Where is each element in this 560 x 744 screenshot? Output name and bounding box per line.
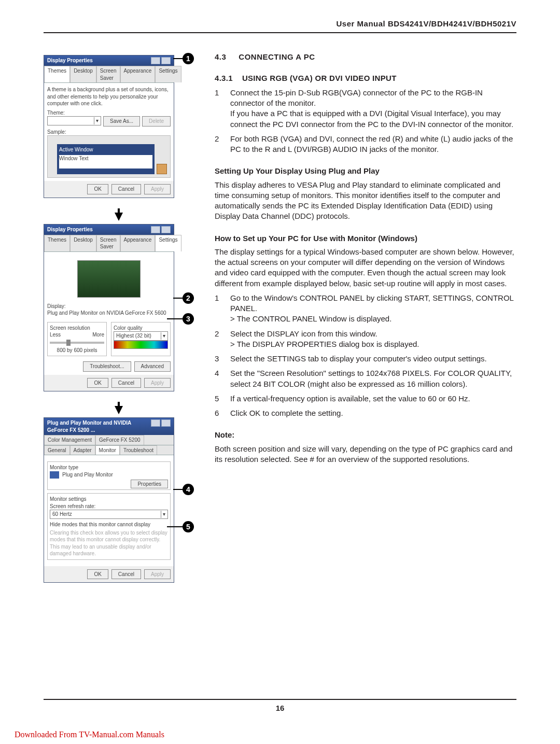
apply-button: Apply bbox=[144, 184, 171, 194]
color-gradient-icon bbox=[114, 341, 168, 349]
theme-dropdown: ▾ bbox=[47, 116, 101, 125]
tab-desktop: Desktop bbox=[70, 235, 96, 251]
section-title: CONNECTING A PC bbox=[239, 52, 315, 62]
monitor-type-label: Monitor type bbox=[50, 464, 168, 471]
ok-button: OK bbox=[87, 378, 108, 388]
refresh-rate-label: Screen refresh rate: bbox=[50, 503, 168, 510]
step-text: Click OK to complete the setting. bbox=[230, 408, 343, 418]
title-bar: Display Properties bbox=[47, 226, 93, 233]
tab-desktop: Desktop bbox=[70, 66, 96, 82]
theme-label: Theme: bbox=[47, 109, 171, 117]
note-body: Both screen position and size will vary,… bbox=[215, 444, 516, 465]
ok-button: OK bbox=[87, 569, 108, 580]
sample-window-text: Window Text bbox=[59, 155, 152, 169]
callout-3: 3 bbox=[183, 313, 194, 325]
sample-active-window: Active Window bbox=[59, 147, 93, 152]
callout-1: 1 bbox=[183, 53, 194, 64]
tab-strip: Themes Desktop Screen Saver Appearance S… bbox=[44, 235, 174, 252]
delete-button: Delete bbox=[142, 116, 171, 127]
theme-description: A theme is a background plus a set of so… bbox=[47, 86, 171, 107]
tab-adapter: Adapter bbox=[70, 445, 95, 455]
tab-themes: Themes bbox=[44, 66, 70, 82]
window-buttons bbox=[151, 226, 171, 233]
tab-settings: Settings bbox=[155, 66, 181, 82]
color-quality-label: Color quality bbox=[114, 325, 168, 332]
dialog-display-properties-settings: Display Properties Themes Desktop Screen… bbox=[44, 224, 174, 392]
tab-general: General bbox=[44, 445, 70, 455]
monitor-icon bbox=[50, 471, 59, 479]
tab-screensaver: Screen Saver bbox=[96, 66, 120, 82]
steps-windows: 1Go to the Window's CONTROL PANEL by cli… bbox=[215, 293, 516, 419]
cancel-button: Cancel bbox=[111, 378, 141, 388]
page-number: 16 bbox=[44, 699, 516, 713]
window-buttons bbox=[151, 57, 171, 64]
subsection-number: 4.3.1 bbox=[215, 73, 233, 83]
download-link-text: Downloaded From TV-Manual.com Manuals bbox=[15, 729, 164, 740]
dialog-monitor-advanced: Plug and Play Monitor and NVIDIA GeForce… bbox=[44, 417, 174, 583]
cancel-button: Cancel bbox=[111, 569, 141, 580]
tab-screensaver: Screen Saver bbox=[96, 235, 120, 251]
tab-themes: Themes bbox=[44, 235, 70, 251]
tab-appearance: Appearance bbox=[120, 235, 156, 251]
tab-strip: Themes Desktop Screen Saver Appearance S… bbox=[44, 66, 174, 83]
sample-label: Sample: bbox=[47, 129, 171, 136]
refresh-rate-dropdown: 60 Hertz▾ bbox=[50, 510, 168, 519]
apply-button: Apply bbox=[144, 569, 171, 580]
down-arrow-icon bbox=[115, 406, 123, 414]
save-as-button: Save As... bbox=[103, 116, 140, 127]
subsection-title: USING RGB (VGA) OR DVI VIDEO INPUT bbox=[242, 73, 397, 83]
monitor-settings-label: Monitor settings bbox=[50, 496, 168, 503]
resolution-slider bbox=[50, 342, 104, 344]
window-buttons bbox=[151, 419, 171, 433]
monitor-type-value: Plug and Play Monitor bbox=[62, 471, 113, 479]
monitor-preview-icon bbox=[77, 260, 141, 298]
dialog-display-properties-themes: Display Properties Themes Desktop Screen… bbox=[44, 55, 174, 198]
tab-strip-upper: Color Management GeForce FX 5200 bbox=[44, 435, 174, 445]
title-bar: Display Properties bbox=[47, 57, 93, 64]
cancel-button: Cancel bbox=[111, 184, 141, 194]
hide-modes-checkbox: Hide modes that this monitor cannot disp… bbox=[50, 521, 168, 528]
resolution-value: 800 by 600 pixels bbox=[50, 347, 104, 354]
theme-sample: Active Window Window Text bbox=[47, 135, 171, 178]
step-text: For both RGB (VGA) and DVI, connect the … bbox=[230, 134, 516, 155]
tab-settings: Settings bbox=[155, 235, 181, 251]
color-quality-dropdown: Highest (32 bit)▾ bbox=[114, 331, 168, 341]
body-plug-and-play: This display adheres to VESA Plug and Pl… bbox=[215, 180, 516, 222]
steps-connecting: 1Connect the 15-pin D-Sub RGB(VGA) conne… bbox=[215, 88, 516, 155]
section-number: 4.3 bbox=[215, 52, 226, 62]
note-heading: Note: bbox=[215, 430, 516, 440]
step-text: Select the SETTINGS tab to display your … bbox=[230, 354, 487, 364]
warning-text: Clearing this check box allows you to se… bbox=[50, 529, 168, 557]
troubleshoot-button: Troubleshoot... bbox=[83, 361, 131, 372]
page-header: User Manual BDS4241V/BDH4241V/BDH5021V bbox=[44, 19, 516, 33]
tab-strip-lower: General Adapter Monitor Troubleshoot bbox=[44, 445, 174, 456]
display-label: Display: bbox=[47, 303, 171, 310]
tab-color-management: Color Management bbox=[44, 435, 95, 445]
step-text: Set the "Screen Resolution" settings to … bbox=[230, 368, 516, 389]
callout-4: 4 bbox=[183, 484, 194, 495]
tab-appearance: Appearance bbox=[120, 66, 156, 82]
screen-resolution-label: Screen resolution bbox=[50, 325, 104, 332]
text-column: 4.3 CONNECTING A PC 4.3.1 USING RGB (VGA… bbox=[215, 52, 516, 597]
properties-button: Properties bbox=[131, 480, 168, 488]
step-text: Connect the 15-pin D-Sub RGB(VGA) connec… bbox=[230, 88, 516, 130]
step-text: If a vertical-frequency option is availa… bbox=[230, 394, 470, 404]
callout-2: 2 bbox=[183, 292, 194, 304]
tab-geforce: GeForce FX 5200 bbox=[95, 435, 144, 445]
step-text: Select the DISPLAY icon from this window… bbox=[230, 329, 419, 350]
heading-windows-setup: How to Set up Your PC for Use with Monit… bbox=[215, 233, 516, 244]
tab-troubleshoot: Troubleshoot bbox=[120, 445, 157, 455]
body-windows-setup: The display settings for a typical Windo… bbox=[215, 247, 516, 289]
screenshot-column: Display Properties Themes Desktop Screen… bbox=[44, 52, 194, 597]
recycle-bin-icon bbox=[157, 164, 167, 174]
down-arrow-icon bbox=[115, 213, 123, 221]
display-value: Plug and Play Monitor on NVIDIA GeForce … bbox=[47, 310, 171, 317]
ok-button: OK bbox=[87, 184, 108, 194]
heading-plug-and-play: Setting Up Your Display Using Plug and P… bbox=[215, 166, 516, 176]
res-less: Less bbox=[50, 331, 61, 339]
step-text: Go to the Window's CONTROL PANEL by clic… bbox=[230, 293, 516, 325]
apply-button: Apply bbox=[144, 378, 171, 388]
res-more: More bbox=[92, 331, 104, 339]
callout-5: 5 bbox=[183, 521, 194, 532]
advanced-button: Advanced bbox=[134, 361, 171, 372]
